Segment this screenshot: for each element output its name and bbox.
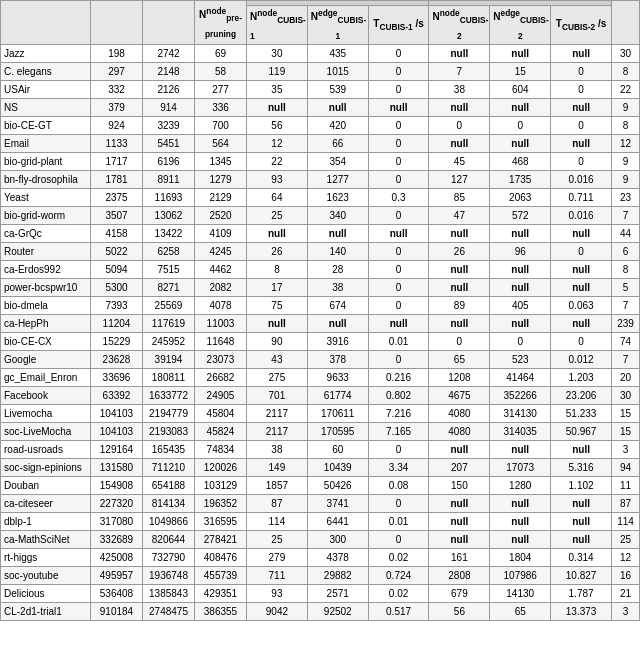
results-table: Nnodepre-pruning NnodeCUBIS-1 NedgeCUBIS… [0, 0, 640, 621]
table-cell: 352266 [490, 386, 551, 404]
table-cell: 43 [247, 350, 308, 368]
table-cell: null [551, 512, 612, 530]
table-cell: 572 [490, 206, 551, 224]
table-cell: 1804 [490, 548, 551, 566]
table-cell: 140 [307, 242, 368, 260]
table-cell: 0 [368, 278, 429, 296]
table-cell: 3239 [143, 116, 195, 134]
table-cell: 38 [429, 80, 490, 98]
header-omega [612, 1, 640, 45]
table-cell: null [429, 278, 490, 296]
table-cell: 6196 [143, 152, 195, 170]
table-cell: 74 [612, 332, 640, 350]
table-cell: 6 [612, 242, 640, 260]
table-cell: 103129 [195, 476, 247, 494]
table-cell: 0.01 [368, 512, 429, 530]
table-cell: 93 [247, 170, 308, 188]
table-cell: null [551, 224, 612, 242]
table-cell: 1.203 [551, 368, 612, 386]
table-cell: 317080 [91, 512, 143, 530]
table-cell: 25 [612, 530, 640, 548]
table-cell: 35 [247, 80, 308, 98]
table-cell: 69 [195, 44, 247, 62]
table-cell: 87 [247, 494, 308, 512]
table-row: road-usroads1291641654357483438600nullnu… [1, 440, 640, 458]
table-cell: 8 [247, 260, 308, 278]
table-cell: 701 [247, 386, 308, 404]
table-cell: null [551, 98, 612, 116]
table-cell: 279 [247, 548, 308, 566]
table-cell: 0.3 [368, 188, 429, 206]
table-cell: 114 [247, 512, 308, 530]
table-cell: 33696 [91, 368, 143, 386]
table-cell: 0 [368, 170, 429, 188]
table-cell: 170595 [307, 422, 368, 440]
table-cell: null [307, 314, 368, 332]
table-cell: 2193083 [143, 422, 195, 440]
table-cell: 5.316 [551, 458, 612, 476]
table-cell: 0.711 [551, 188, 612, 206]
table-cell: 1.102 [551, 476, 612, 494]
table-cell: bio-grid-plant [1, 152, 91, 170]
table-cell: 0.517 [368, 602, 429, 620]
table-cell: 17 [247, 278, 308, 296]
table-cell: 4675 [429, 386, 490, 404]
table-cell: ca-GrQc [1, 224, 91, 242]
header-tcubis1: TCUBIS-1 /s [368, 6, 429, 45]
table-cell: 0 [368, 44, 429, 62]
table-cell: 1.787 [551, 584, 612, 602]
table-row: NS379914336nullnullnullnullnullnull9 [1, 98, 640, 116]
table-cell: 0 [429, 116, 490, 134]
table-cell: 75 [247, 296, 308, 314]
table-cell: 13062 [143, 206, 195, 224]
table-cell: 60 [307, 440, 368, 458]
table-row: Delicious53640813858434293519325710.0267… [1, 584, 640, 602]
table-cell: 0 [490, 116, 551, 134]
table-cell: 90 [247, 332, 308, 350]
table-cell: 700 [195, 116, 247, 134]
table-cell: dblp-1 [1, 512, 91, 530]
table-cell: 495957 [91, 566, 143, 584]
table-cell: 674 [307, 296, 368, 314]
table-cell: 10.827 [551, 566, 612, 584]
table-cell: 435 [307, 44, 368, 62]
table-cell: 104103 [91, 422, 143, 440]
table-cell: 277 [195, 80, 247, 98]
table-cell: 89 [429, 296, 490, 314]
table-cell: 12 [247, 134, 308, 152]
table-cell: 0.314 [551, 548, 612, 566]
table-cell: 7 [612, 296, 640, 314]
table-cell: Router [1, 242, 91, 260]
table-cell: Jazz [1, 44, 91, 62]
table-row: Jazz198274269304350nullnullnull30 [1, 44, 640, 62]
table-row: bn-fly-drosophila17818911127993127701271… [1, 170, 640, 188]
table-cell: 0.802 [368, 386, 429, 404]
table-cell: null [247, 224, 308, 242]
table-cell: 924 [91, 116, 143, 134]
table-cell: null [429, 260, 490, 278]
table-cell: bn-fly-drosophila [1, 170, 91, 188]
table-cell: 604 [490, 80, 551, 98]
table-row: ca-citeseer2273208141341963528737410null… [1, 494, 640, 512]
table-cell: 300 [307, 530, 368, 548]
table-cell: 523 [490, 350, 551, 368]
table-cell: 25 [247, 206, 308, 224]
table-cell: 0 [368, 440, 429, 458]
table-cell: 405 [490, 296, 551, 314]
table-cell: 679 [429, 584, 490, 602]
table-cell: 15 [612, 404, 640, 422]
table-cell: 51.233 [551, 404, 612, 422]
table-cell: 0.02 [368, 548, 429, 566]
table-cell: 50.967 [551, 422, 612, 440]
table-cell: 4378 [307, 548, 368, 566]
table-cell: 711210 [143, 458, 195, 476]
header-nedge2: NedgeCUBIS-2 [490, 6, 551, 45]
table-cell: 0 [429, 332, 490, 350]
table-cell: 180811 [143, 368, 195, 386]
table-cell: 732790 [143, 548, 195, 566]
table-cell: Facebook [1, 386, 91, 404]
table-cell: power-bcspwr10 [1, 278, 91, 296]
table-cell: bio-dmela [1, 296, 91, 314]
table-cell: 0.016 [551, 170, 612, 188]
table-cell: null [551, 314, 612, 332]
